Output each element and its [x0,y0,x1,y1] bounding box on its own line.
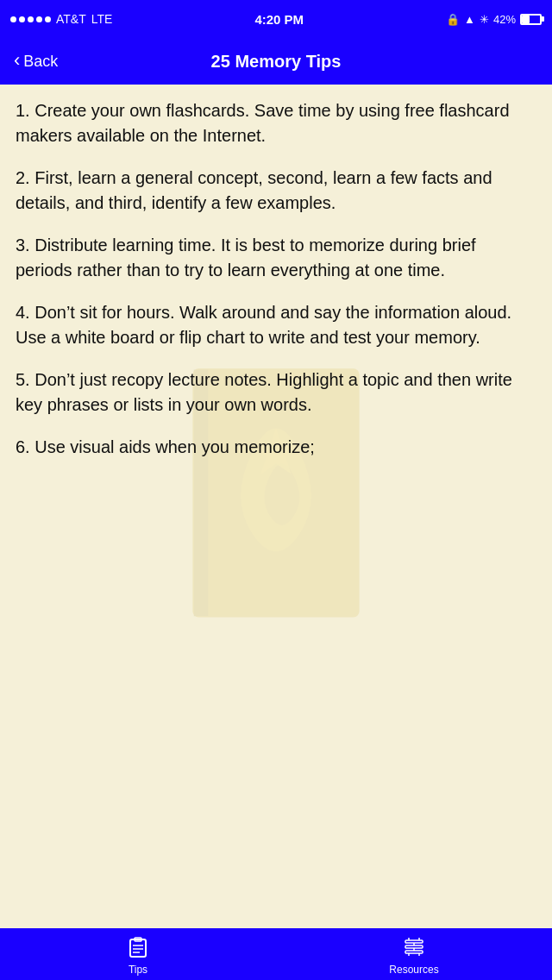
battery-icon [520,14,542,25]
nav-bar: ‹ Back 25 Memory Tips [0,38,552,85]
tip-item-6: 6. Use visual aids when you memorize; [16,435,536,460]
status-bar: AT&T LTE 4:20 PM 🔒 ▲ ✳ 42% [0,0,552,38]
status-time: 4:20 PM [254,12,304,27]
back-label: Back [23,53,58,71]
status-right: 🔒 ▲ ✳ 42% [446,13,542,26]
status-left: AT&T LTE [10,12,112,26]
network-label: LTE [91,12,113,26]
tab-tips-label: Tips [129,964,147,976]
tip-item-4: 4. Don’t sit for hours. Walk around and … [16,300,536,350]
tip-item-5: 5. Don’t just recopy lecture notes. High… [16,368,536,418]
svg-rect-10 [405,951,423,953]
signal-dots [10,16,51,22]
svg-rect-9 [405,945,423,948]
svg-rect-8 [405,940,423,943]
carrier-label: AT&T [56,12,86,26]
tab-bar: Tips Resources [0,928,552,980]
battery-percent: 42% [493,13,516,26]
tip-item-3: 3. Distribute learning time. It is best … [16,233,536,283]
lock-icon: 🔒 [446,13,460,26]
page-title: 25 Memory Tips [211,52,342,72]
location-icon: ▲ [464,13,475,26]
tip-item-2: 2. First, learn a general concept, secon… [16,166,536,216]
tip-item-1: 1. Create your own flashcards. Save time… [16,98,536,148]
resources-icon [400,933,428,961]
back-button[interactable]: ‹ Back [14,53,58,71]
tips-icon [124,933,152,961]
tab-resources[interactable]: Resources [276,933,552,976]
tips-list: 1. Create your own flashcards. Save time… [16,98,536,460]
back-chevron-icon: ‹ [14,51,20,70]
bluetooth-icon: ✳ [480,13,489,26]
battery-fill [522,16,530,23]
tab-tips[interactable]: Tips [0,933,276,976]
content-area: 1. Create your own flashcards. Save time… [0,85,552,928]
tab-resources-label: Resources [389,964,438,976]
svg-rect-3 [130,939,146,957]
